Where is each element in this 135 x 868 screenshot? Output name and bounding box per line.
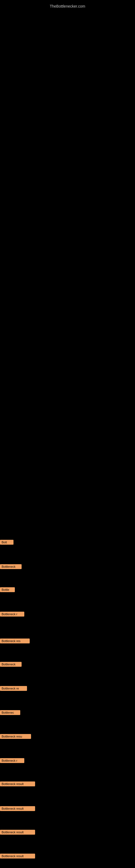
- bottleneck-result-item[interactable]: Bottleneck result: [0, 806, 35, 811]
- bottleneck-result-item[interactable]: Bottleneck r: [0, 758, 24, 763]
- bottleneck-result-item[interactable]: Bottleneck result: [0, 854, 35, 859]
- bottleneck-result-item[interactable]: Bottle: [0, 587, 15, 592]
- bottleneck-result-item[interactable]: Bottleneck resu: [0, 734, 31, 739]
- bottleneck-result-item[interactable]: Bottleneck: [0, 662, 21, 667]
- bottleneck-result-item[interactable]: Bottleneck result: [0, 781, 35, 786]
- bottleneck-result-item[interactable]: Bottlenec: [0, 710, 20, 715]
- bottleneck-result-item[interactable]: Bott: [0, 540, 13, 545]
- bottleneck-result-item[interactable]: Bottleneck result: [0, 830, 35, 835]
- bottleneck-result-item[interactable]: Bottleneck: [0, 564, 21, 569]
- site-title: TheBottlenecker.com: [0, 1, 135, 11]
- bottleneck-result-item[interactable]: Bottleneck r: [0, 612, 24, 617]
- bottleneck-result-item[interactable]: Bottleneck re: [0, 686, 27, 691]
- bottleneck-result-item[interactable]: Bottleneck res: [0, 639, 30, 643]
